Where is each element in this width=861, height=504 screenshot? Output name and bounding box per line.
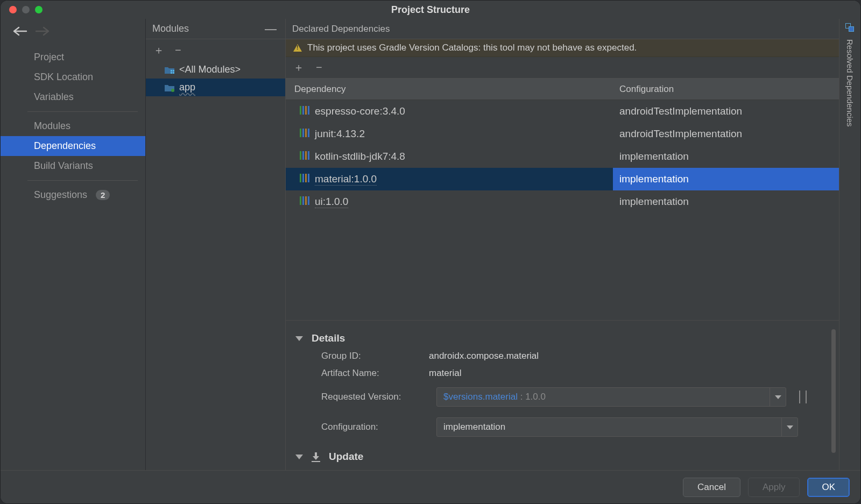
resolved-deps-icon[interactable] (845, 23, 855, 33)
suggestions-count-badge: 2 (96, 190, 110, 200)
nav-suggestions[interactable]: Suggestions 2 (1, 185, 145, 205)
svg-rect-3 (173, 72, 174, 74)
configuration-dropdown-icon[interactable] (781, 418, 798, 436)
dep-row-junit[interactable]: junit:4.13.2 androidTestImplementation (286, 123, 839, 145)
modules-folder-icon (164, 66, 175, 74)
modules-panel: Modules — ＋ − <All Modules> app (146, 19, 286, 470)
details-title: Details (312, 332, 345, 344)
group-id-label: Group ID: (321, 351, 429, 361)
dependency-table: Dependency Configuration espresso-core:3… (286, 79, 839, 213)
col-header-configuration[interactable]: Configuration (613, 84, 839, 95)
warning-bar: This project uses Gradle Version Catalog… (286, 39, 839, 57)
dialog-footer: Cancel Apply OK (1, 470, 860, 503)
dependencies-panel: Declared Dependencies This project uses … (286, 19, 839, 470)
configuration-combo[interactable]: implementation (436, 417, 798, 437)
nav-forward-icon (35, 26, 48, 39)
library-icon (300, 129, 309, 137)
artifact-name-label: Artifact Name: (321, 368, 429, 379)
library-icon (300, 196, 309, 205)
svg-rect-1 (173, 70, 174, 72)
module-all[interactable]: <All Modules> (146, 61, 285, 79)
warning-icon (293, 44, 302, 52)
declared-deps-header: Declared Dependencies (286, 19, 839, 39)
remove-dependency-button[interactable]: − (316, 61, 322, 74)
add-module-button[interactable]: ＋ (153, 43, 164, 58)
dep-row-ui[interactable]: ui:1.0.0 implementation (286, 190, 839, 213)
requested-version-combo[interactable]: $versions.material : 1.0.0 (436, 387, 786, 407)
nav-dependencies[interactable]: Dependencies (1, 136, 145, 156)
apply-button: Apply (748, 478, 800, 497)
ok-button[interactable]: OK (807, 478, 850, 497)
warning-text: This project uses Gradle Version Catalog… (307, 42, 637, 53)
window-title: Project Structure (1, 4, 860, 16)
module-folder-icon (164, 83, 175, 92)
module-all-label: <All Modules> (179, 64, 241, 75)
nav-build-variants[interactable]: Build Variants (1, 156, 145, 176)
group-id-value: androidx.compose.material (429, 351, 539, 361)
window-controls (9, 6, 43, 13)
add-dependency-button[interactable]: ＋ (293, 60, 304, 75)
nav-separator (27, 180, 138, 181)
svg-point-4 (171, 89, 174, 92)
library-icon (300, 174, 309, 182)
requested-version-label: Requested Version: (321, 392, 429, 402)
modules-title: Modules (152, 23, 262, 34)
cancel-button[interactable]: Cancel (683, 478, 740, 497)
version-dropdown-icon[interactable] (770, 388, 786, 406)
resolved-deps-label: Resolved Dependencies (845, 39, 855, 127)
svg-rect-0 (171, 70, 172, 72)
nav-modules[interactable]: Modules (1, 116, 145, 136)
details-panel: Details Group ID: androidx.compose.mater… (286, 320, 839, 470)
dep-row-kotlin-stdlib[interactable]: kotlin-stdlib-jdk7:4.8 implementation (286, 145, 839, 168)
maximize-window-icon[interactable] (35, 6, 43, 13)
details-toggle-icon[interactable] (295, 336, 303, 341)
nav-variables[interactable]: Variables (1, 87, 145, 107)
requested-version-text: $versions.material : 1.0.0 (437, 392, 770, 402)
details-scrollbar[interactable] (831, 329, 836, 453)
configuration-value: implementation (437, 422, 781, 432)
library-icon (300, 106, 309, 115)
dep-row-espresso[interactable]: espresso-core:3.4.0 androidTestImplement… (286, 100, 839, 123)
close-window-icon[interactable] (9, 6, 17, 13)
library-icon (300, 151, 309, 160)
nav-suggestions-label: Suggestions (34, 189, 87, 201)
update-title: Update (329, 451, 363, 463)
artifact-name-value: material (429, 368, 461, 379)
svg-rect-2 (171, 72, 172, 74)
project-structure-window: Project Structure Project SDK Location V… (0, 0, 861, 504)
module-app-label: app (179, 82, 195, 93)
update-toggle-icon[interactable] (295, 455, 303, 459)
titlebar: Project Structure (1, 1, 860, 19)
remove-module-button[interactable]: − (175, 44, 181, 56)
nav-project[interactable]: Project (1, 47, 145, 67)
nav-sdk-location[interactable]: SDK Location (1, 67, 145, 87)
module-app[interactable]: app (146, 79, 285, 96)
nav-back-icon[interactable] (12, 26, 25, 39)
modules-collapse-icon[interactable]: — (262, 22, 280, 36)
dep-row-material[interactable]: material:1.0.0 implementation (286, 168, 839, 190)
nav-separator (27, 111, 138, 112)
download-icon (312, 452, 320, 461)
col-header-dependency[interactable]: Dependency (286, 84, 613, 95)
left-nav: Project SDK Location Variables Modules D… (1, 19, 146, 470)
minimize-window-icon[interactable] (22, 6, 30, 13)
edit-version-icon[interactable] (799, 391, 807, 403)
configuration-label: Configuration: (321, 422, 429, 432)
resolved-deps-rail[interactable]: Resolved Dependencies (839, 19, 860, 470)
